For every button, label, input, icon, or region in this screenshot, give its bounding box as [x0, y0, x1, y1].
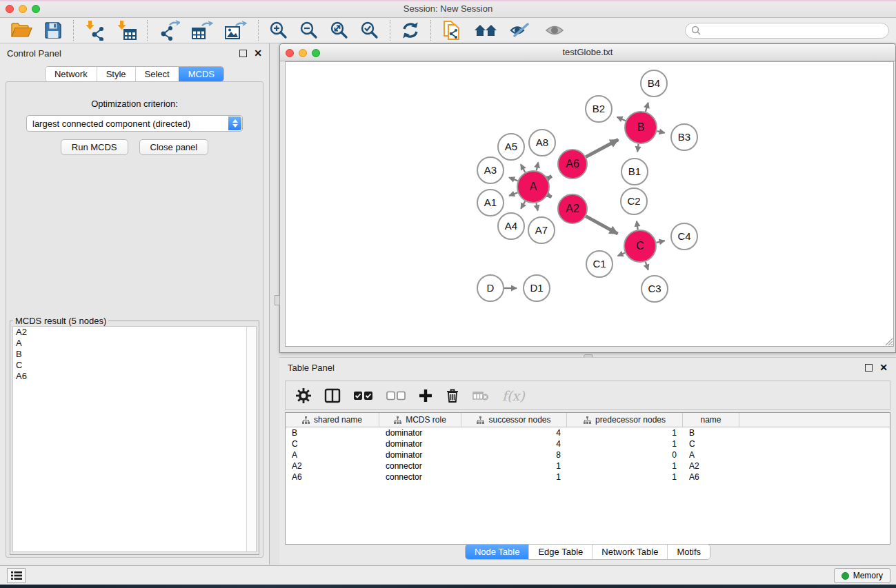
zoom-out-icon[interactable] — [299, 21, 319, 40]
mcds-result-item[interactable]: C — [13, 360, 256, 371]
open-file-icon[interactable] — [10, 21, 32, 40]
column-header-shared-name[interactable]: shared name — [286, 413, 379, 427]
first-neighbors-icon[interactable] — [473, 21, 498, 39]
column-header-label: predecessor nodes — [595, 415, 666, 425]
hide-selected-icon[interactable] — [509, 21, 532, 39]
add-column-icon[interactable] — [419, 389, 432, 403]
edge-A-A5[interactable] — [521, 164, 525, 172]
edge-B-B1[interactable] — [637, 144, 639, 152]
mcds-result-item[interactable]: B — [13, 349, 256, 360]
mcds-result-item[interactable]: A6 — [13, 371, 256, 382]
refresh-icon[interactable] — [401, 21, 420, 40]
table-row[interactable]: Cdominator41C — [286, 438, 890, 449]
table-row[interactable]: A6connector11A6 — [286, 472, 890, 483]
edge-C-C4[interactable] — [656, 241, 664, 243]
float-panel-icon[interactable] — [239, 50, 247, 57]
tab-edge-table[interactable]: Edge Table — [528, 545, 592, 559]
mcds-result-list[interactable]: A2ABCA6 — [12, 326, 257, 552]
close-window-button[interactable] — [6, 5, 14, 13]
tab-network-table[interactable]: Network Table — [592, 545, 667, 559]
gear-icon[interactable] — [296, 388, 311, 403]
node-label-A3: A3 — [484, 164, 497, 176]
select-all-icon[interactable] — [354, 391, 373, 401]
control-panel-titlebar: Control Panel ✕ — [0, 43, 269, 63]
edge-C-C2[interactable] — [637, 221, 638, 230]
mcds-result-item[interactable]: A — [13, 338, 256, 349]
close-panel-button[interactable]: Close panel — [139, 139, 209, 155]
node-table[interactable]: shared nameMCDS rolesuccessor nodesprede… — [285, 412, 890, 545]
column-header-successor-nodes[interactable]: successor nodes — [461, 413, 567, 427]
resize-grip-icon[interactable] — [883, 336, 893, 345]
table-float-panel-icon[interactable] — [865, 364, 873, 372]
tab-motifs[interactable]: Motifs — [667, 545, 710, 559]
edge-A-A3[interactable] — [509, 177, 518, 181]
edge-B-B3[interactable] — [657, 131, 664, 133]
task-history-button[interactable] — [7, 568, 26, 583]
edge-A6-B[interactable] — [586, 139, 618, 156]
table-row[interactable]: A2connector11A2 — [286, 460, 890, 472]
save-session-icon[interactable] — [43, 21, 63, 40]
zoom-fit-icon[interactable] — [330, 21, 349, 40]
criterion-select[interactable]: largest connected component (directed) — [26, 115, 243, 132]
column-header-MCDS-role[interactable]: MCDS role — [379, 413, 461, 427]
minimize-window-button[interactable] — [19, 5, 27, 13]
deselect-all-icon[interactable] — [386, 391, 406, 401]
panel-splitter-handle[interactable] — [275, 295, 280, 305]
node-label-A2: A2 — [566, 203, 579, 214]
export-table-icon[interactable] — [191, 20, 213, 41]
column-view-icon[interactable] — [324, 388, 341, 403]
table-toolbar: f(x) — [285, 381, 890, 410]
show-all-icon[interactable] — [544, 22, 566, 39]
memory-button[interactable]: Memory — [834, 568, 890, 583]
edge-A-A8[interactable] — [537, 162, 538, 170]
mcds-result-box: MCDS result (5 nodes) A2ABCA6 — [10, 316, 259, 555]
search-input[interactable] — [685, 23, 889, 39]
table-row[interactable]: Bdominator41B — [286, 427, 890, 438]
delete-column-icon[interactable] — [446, 388, 459, 403]
column-header-predecessor-nodes[interactable]: predecessor nodes — [567, 413, 683, 427]
node-label-C: C — [636, 240, 644, 252]
edge-A-A7[interactable] — [536, 203, 537, 211]
tab-node-table[interactable]: Node Table — [466, 545, 529, 559]
edge-B-B4[interactable] — [646, 103, 648, 112]
network-graph[interactable]: B4B2BB3A5A8A6B1A3AC2A1A2A4A7C4CC1C3DD1 — [286, 62, 895, 348]
close-panel-icon[interactable]: ✕ — [254, 50, 262, 57]
edge-C-C3[interactable] — [646, 262, 648, 270]
export-image-icon[interactable] — [224, 20, 248, 41]
run-mcds-button[interactable]: Run MCDS — [61, 139, 128, 155]
edge-A-A6[interactable] — [548, 176, 552, 179]
optimization-criterion-label: Optimization criterion: — [6, 99, 263, 109]
table-row[interactable]: Adominator80A — [286, 449, 890, 460]
edge-A-A2[interactable] — [548, 195, 552, 197]
clone-network-icon[interactable] — [441, 19, 462, 41]
result-list-scrollbar[interactable] — [246, 327, 256, 551]
network-window-titlebar[interactable]: testGlobe.txt — [280, 44, 895, 61]
tab-network[interactable]: Network — [46, 67, 97, 81]
column-header-name[interactable]: name — [683, 413, 739, 427]
zoom-in-icon[interactable] — [269, 21, 288, 40]
function-builder-icon: f(x) — [502, 388, 525, 403]
network-maximize-button[interactable] — [312, 49, 320, 57]
import-table-icon[interactable] — [116, 20, 137, 41]
zoom-selected-icon[interactable] — [360, 21, 379, 40]
network-canvas[interactable]: B4B2BB3A5A8A6B1A3AC2A1A2A4A7C4CC1C3DD1 — [285, 61, 894, 347]
cell-shared-name: A6 — [286, 472, 379, 482]
export-network-icon[interactable] — [158, 20, 180, 41]
tab-mcds[interactable]: MCDS — [179, 67, 223, 81]
mcds-result-item[interactable]: A2 — [13, 327, 256, 338]
network-close-button[interactable] — [286, 49, 294, 57]
edge-C-C1[interactable] — [618, 253, 626, 256]
edge-A-A1[interactable] — [509, 192, 517, 196]
maximize-window-button[interactable] — [32, 5, 40, 13]
table-close-panel-icon[interactable]: ✕ — [879, 364, 888, 372]
import-network-icon[interactable] — [84, 20, 105, 41]
tab-select[interactable]: Select — [135, 67, 179, 81]
edge-A2-C[interactable] — [586, 216, 617, 234]
table-panel-tabs: Node TableEdge TableNetwork TableMotifs — [465, 544, 710, 560]
edge-B-B2[interactable] — [617, 117, 626, 121]
search-text-field[interactable] — [704, 26, 888, 35]
network-minimize-button[interactable] — [299, 49, 307, 57]
tab-style[interactable]: Style — [97, 67, 135, 81]
cell-shared-name: B — [286, 428, 379, 438]
edge-A-A4[interactable] — [521, 201, 525, 209]
